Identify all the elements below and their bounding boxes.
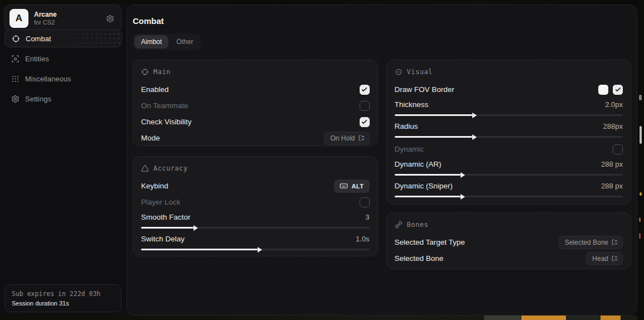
background-artifact [639, 233, 641, 239]
setting-row-draw-fov-border: Draw FOV Border [395, 81, 623, 98]
background-bottom-strip [0, 315, 644, 320]
setting-row-switch-delay: Switch Delay 1.0s [141, 232, 370, 254]
app-title-block: Arcane for CS2 [34, 11, 100, 27]
background-artifact [639, 95, 642, 100]
setting-value: 2.0px [605, 100, 623, 109]
check-icon [361, 118, 368, 125]
setting-label: Smooth Factor [141, 213, 191, 221]
setting-label: Radius [395, 122, 418, 130]
gear-icon [11, 95, 20, 103]
grip-dots-icon [11, 75, 20, 83]
section-visual: Visual Draw FOV Border [386, 60, 632, 205]
background-artifact [601, 316, 621, 320]
setting-label: Enabled [141, 85, 169, 94]
sidebar-item-entities[interactable]: Entities [4, 50, 122, 67]
keybind-button[interactable]: ALT [334, 180, 369, 193]
selected-target-type-select[interactable]: Selected Bone [559, 236, 623, 249]
radius-slider[interactable] [395, 136, 623, 138]
setting-label: Draw FOV Border [395, 85, 454, 94]
section-accuracy-header: Accuracy [141, 164, 370, 172]
slider-fill [395, 174, 461, 176]
app-name: Arcane [34, 11, 100, 19]
background-artifact [639, 217, 641, 222]
app-subtitle: for CS2 [34, 19, 100, 27]
check-icon [361, 86, 368, 93]
fov-border-color-swatch[interactable] [598, 85, 608, 95]
selected-bone-select[interactable]: Head [586, 252, 623, 265]
section-bones-header: Bones [395, 221, 623, 229]
section-bones: Bones Selected Target Type Selected Bone [386, 212, 632, 269]
setting-label: Keybind [141, 182, 168, 190]
setting-row-selected-target-type: Selected Target Type Selected Bone [395, 234, 623, 250]
setting-value: 288 px [601, 182, 623, 190]
app-logo-letter: A [16, 13, 22, 24]
scan-eye-icon [11, 55, 20, 63]
setting-row-dynamic-sniper: Dynamic (Sniper) 288 px [395, 179, 623, 201]
background-artifact [521, 316, 566, 320]
selected-bone-value: Head [592, 255, 608, 263]
setting-label: Dynamic [395, 145, 424, 153]
smooth-factor-slider[interactable] [141, 227, 370, 229]
section-accuracy: Accuracy Keybind ALT [133, 156, 378, 256]
sidebar-nav: Combat Entities Miscellaneous [0, 30, 127, 108]
switch-delay-slider[interactable] [141, 249, 370, 250]
sidebar-item-label: Settings [25, 95, 51, 103]
setting-label: Dynamic (Sniper) [395, 182, 453, 190]
thickness-slider[interactable] [395, 114, 623, 116]
sidebar-item-label: Miscellaneous [25, 75, 71, 83]
tab-aimbot[interactable]: Aimbot [134, 35, 168, 49]
settings-columns: Main Enabled On Teammate [133, 60, 631, 269]
setting-label: On Teammate [141, 101, 188, 110]
setting-label: Selected Target Type [395, 238, 465, 246]
sidebar-item-settings[interactable]: Settings [4, 90, 122, 108]
slider-fill [395, 196, 461, 197]
app-logo: A [9, 9, 28, 28]
setting-value: 3 [365, 213, 369, 221]
setting-row-check-visibility: Check Visibility [141, 114, 370, 130]
section-header-label: Main [153, 68, 171, 76]
session-duration-text: Session duration 31s [12, 300, 114, 307]
left-column: Main Enabled On Teammate [133, 60, 378, 269]
select-chevrons-icon [611, 239, 618, 246]
setting-row-mode: Mode On Hold [141, 130, 370, 146]
slider-fill [395, 136, 472, 138]
check-icon [614, 86, 622, 93]
sidebar-item-combat[interactable]: Combat [4, 30, 122, 47]
keyboard-icon [340, 182, 348, 190]
setting-row-keybind: Keybind ALT [141, 178, 370, 194]
section-main-header: Main [141, 68, 370, 76]
dynamic-checkbox[interactable] [613, 144, 623, 154]
triangle-icon [141, 164, 149, 172]
background-artifact [566, 316, 601, 320]
keybind-value: ALT [351, 183, 364, 190]
crosshair-icon [12, 35, 20, 43]
check-visibility-checkbox[interactable] [360, 117, 370, 127]
setting-label: Check Visibility [141, 118, 192, 126]
gear-icon[interactable] [106, 14, 114, 23]
background-artifact [640, 192, 642, 196]
setting-row-smooth-factor: Smooth Factor 3 [141, 210, 370, 232]
setting-row-selected-bone: Selected Bone Head [395, 250, 623, 266]
setting-row-radius: Radius 288px [395, 119, 623, 141]
setting-label: Dynamic (AR) [395, 160, 442, 168]
setting-label: Thickness [395, 100, 429, 109]
dynamic-sniper-slider[interactable] [395, 196, 623, 197]
background-right-strip [637, 0, 644, 320]
player-lock-checkbox[interactable] [360, 197, 370, 207]
draw-fov-border-checkbox[interactable] [613, 85, 623, 95]
mode-select[interactable]: On Hold [324, 132, 369, 145]
right-column: Visual Draw FOV Border [386, 60, 632, 269]
sidebar-item-miscellaneous[interactable]: Miscellaneous [4, 70, 122, 88]
app-window: A Arcane for CS2 Category Combat [0, 4, 637, 316]
dynamic-ar-slider[interactable] [395, 174, 623, 176]
background-scrollbar-thumb[interactable] [640, 126, 642, 144]
select-chevrons-icon [358, 134, 365, 142]
selected-target-type-value: Selected Bone [565, 239, 608, 246]
setting-label: Mode [141, 134, 160, 142]
section-header-label: Bones [407, 221, 429, 229]
setting-row-dynamic: Dynamic [395, 141, 623, 157]
setting-label: Player Lock [141, 198, 181, 206]
enabled-checkbox[interactable] [360, 85, 370, 95]
tab-other[interactable]: Other [170, 35, 200, 49]
on-teammate-checkbox[interactable] [360, 101, 370, 111]
